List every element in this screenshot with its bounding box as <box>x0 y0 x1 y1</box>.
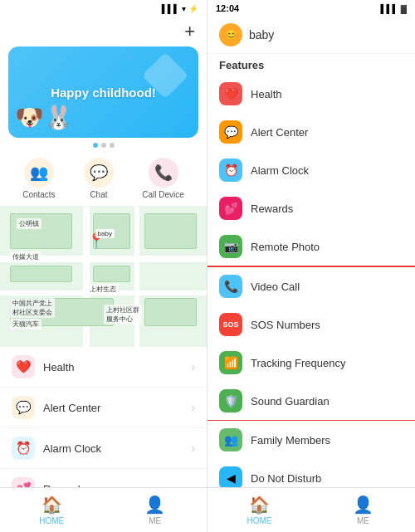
contacts-icon: 👥 <box>24 158 54 188</box>
video-call-icon: 📞 <box>219 275 242 298</box>
call-device-label: Call Device <box>142 190 184 199</box>
left-panel: ▌▌▌ ▾ ⚡ + 🐶🐰 Happy childhood! 👥 Contacts… <box>0 0 208 532</box>
health-icon: ❤️ <box>12 355 35 378</box>
list-item[interactable]: 📶 Tracking Frequency <box>208 344 415 382</box>
feature-list-left: ❤️ Health › 💬 Alert Center › ⏰ Alarm Clo… <box>0 347 207 487</box>
map-label: 中国共产党上村社区支委会 <box>10 298 55 318</box>
me-icon: 👤 <box>353 495 374 515</box>
do-not-disturb-icon: ◀ <box>219 466 242 487</box>
map-label: 公明镇 <box>17 218 42 229</box>
list-item[interactable]: 💕 Rewards <box>208 189 415 227</box>
chat-icon: 💬 <box>84 158 114 188</box>
banner-decoration: 🐶🐰 <box>15 104 73 131</box>
rewards-icon: 💕 <box>219 197 242 220</box>
feature-label: Health <box>251 88 282 100</box>
contacts-action[interactable]: 👥 Contacts <box>22 158 55 199</box>
alarm-clock-icon: ⏰ <box>12 437 35 460</box>
profile-header: 😊 baby <box>208 17 415 54</box>
nav-home-left[interactable]: 🏠 HOME <box>0 488 104 532</box>
signal-icon: ▌▌▌ <box>380 4 398 13</box>
home-label: HOME <box>39 516 64 525</box>
list-item[interactable]: SOS SOS Numbers <box>208 305 415 344</box>
map-building <box>10 266 72 282</box>
map-pin-label: baby <box>95 229 115 238</box>
chevron-right-icon: › <box>191 401 195 414</box>
feature-label: Alert Center <box>251 126 308 139</box>
map-building <box>144 298 196 326</box>
signal-icon: ▌▌▌ <box>162 4 179 13</box>
feature-label: Video Call <box>251 281 300 293</box>
feature-label: Alert Center <box>43 402 191 414</box>
list-item[interactable]: ⏰ Alarm Clock › <box>0 428 207 469</box>
dot-3 <box>110 143 115 148</box>
feature-label: Family Members <box>251 434 330 447</box>
status-bar-left: ▌▌▌ ▾ ⚡ <box>0 0 207 17</box>
map-label: 天猫汽车 <box>10 319 42 329</box>
me-label: ME <box>149 516 161 525</box>
nav-me-left[interactable]: 👤 ME <box>104 488 208 532</box>
dot-2 <box>101 143 106 148</box>
family-members-icon: 👥 <box>219 428 242 451</box>
right-panel: 12:04 ▌▌▌ ▓ 😊 baby Features ❤️ Health 💬 … <box>208 0 415 532</box>
list-item[interactable]: ❤️ Health › <box>0 347 207 388</box>
feature-label: Remote Photo <box>251 241 320 253</box>
call-device-icon: 📞 <box>149 158 178 188</box>
list-item[interactable]: 📞 Video Call <box>208 266 415 305</box>
status-time: 12:04 <box>216 3 239 13</box>
list-item[interactable]: ⏰ Alarm Clock <box>208 151 415 189</box>
map-label: 上村生态 <box>87 284 119 295</box>
profile-name: baby <box>249 28 274 41</box>
nav-home-right[interactable]: 🏠 HOME <box>208 488 311 532</box>
dot-1 <box>93 143 98 148</box>
me-label: ME <box>357 516 369 525</box>
map-label: 上村社区群服务中心 <box>104 305 142 325</box>
quick-actions: 👥 Contacts 💬 Chat 📞 Call Device <box>0 151 207 207</box>
feature-label: Rewards <box>251 203 293 215</box>
chevron-right-icon: › <box>191 360 195 373</box>
home-icon: 🏠 <box>249 495 270 515</box>
list-item[interactable]: ◀ Do Not Disturb <box>208 459 415 487</box>
feature-label: Alarm Clock <box>251 164 309 177</box>
nav-me-right[interactable]: 👤 ME <box>311 488 415 532</box>
feature-label: Health <box>43 361 191 373</box>
bottom-nav-left: 🏠 HOME 👤 ME <box>0 487 207 532</box>
list-item[interactable]: 💕 Rewards › <box>0 469 207 487</box>
chat-action[interactable]: 💬 Chat <box>84 158 114 199</box>
alarm-clock-icon: ⏰ <box>219 159 242 182</box>
list-item[interactable]: 💬 Alert Center › <box>0 388 207 428</box>
map-area: 公明镇 传媒大道 上村生态 中国共产党上村社区支委会 天猫汽车 上村社区群服务中… <box>0 207 207 347</box>
list-item[interactable]: 📷 Remote Photo <box>208 227 415 266</box>
add-button[interactable]: + <box>184 21 195 42</box>
header-left: + <box>0 17 207 46</box>
feature-label: Do Not Disturb <box>251 472 321 485</box>
chevron-right-icon: › <box>191 442 195 455</box>
list-item[interactable]: ❤️ Health <box>208 75 415 113</box>
me-icon: 👤 <box>144 495 165 515</box>
feature-label: SOS Numbers <box>251 319 320 331</box>
battery-icon: ▓ <box>401 4 407 13</box>
alert-center-icon: 💬 <box>12 396 35 419</box>
banner-text: Happy childhood! <box>51 85 156 100</box>
health-icon: ❤️ <box>219 82 242 105</box>
list-item[interactable]: 💬 Alert Center <box>208 113 415 151</box>
status-bar-right: 12:04 ▌▌▌ ▓ <box>208 0 415 17</box>
wifi-icon: ▾ <box>182 4 186 13</box>
rewards-icon: 💕 <box>12 477 35 487</box>
list-item[interactable]: 🛡️ Sound Guardian <box>208 382 415 421</box>
list-item[interactable]: 👥 Family Members <box>208 421 415 459</box>
feature-label: Alarm Clock <box>43 442 191 455</box>
map-building <box>144 213 196 248</box>
map-road-v <box>83 207 90 347</box>
home-icon: 🏠 <box>42 495 62 515</box>
call-device-action[interactable]: 📞 Call Device <box>142 158 184 199</box>
sound-guardian-icon: 🛡️ <box>219 389 242 412</box>
status-icons: ▌▌▌ ▓ <box>380 4 407 13</box>
tracking-frequency-icon: 📶 <box>219 351 242 374</box>
feature-list-right: ❤️ Health 💬 Alert Center ⏰ Alarm Clock 💕… <box>208 75 415 487</box>
banner: 🐶🐰 Happy childhood! <box>8 46 198 138</box>
map-background: 公明镇 传媒大道 上村生态 中国共产党上村社区支委会 天猫汽车 上村社区群服务中… <box>0 207 207 347</box>
avatar: 😊 <box>219 23 242 46</box>
chat-label: Chat <box>90 190 107 199</box>
home-label: HOME <box>247 516 272 525</box>
banner-dots <box>0 143 207 148</box>
